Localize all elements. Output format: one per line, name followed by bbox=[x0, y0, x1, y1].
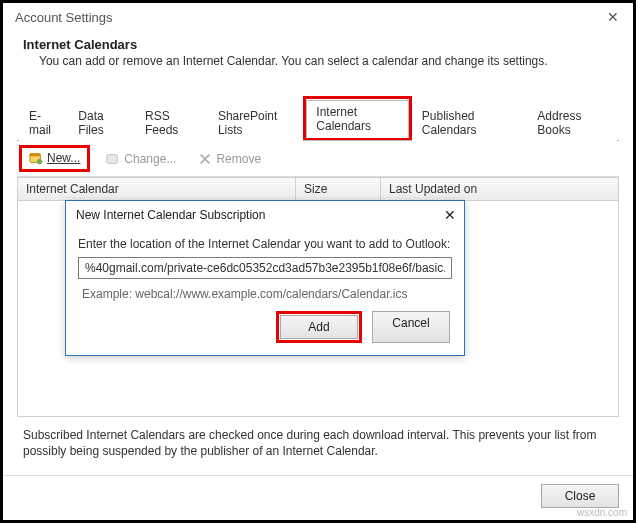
close-button[interactable]: Close bbox=[541, 484, 619, 508]
remove-button-label: Remove bbox=[216, 152, 261, 166]
tab-email[interactable]: E-mail bbox=[19, 104, 68, 141]
tab-internet-calendars[interactable]: Internet Calendars bbox=[306, 100, 408, 138]
watermark: wsxdn.com bbox=[577, 507, 627, 518]
tab-rss-feeds[interactable]: RSS Feeds bbox=[135, 104, 208, 141]
tab-data-files[interactable]: Data Files bbox=[68, 104, 135, 141]
grid-column-size[interactable]: Size bbox=[296, 178, 381, 200]
dialog-body: Enter the location of the Internet Calen… bbox=[66, 227, 464, 355]
new-calendar-icon bbox=[29, 151, 43, 165]
grid-header: Internet Calendar Size Last Updated on bbox=[17, 177, 619, 201]
tab-published-calendars[interactable]: Published Calendars bbox=[412, 104, 528, 141]
add-button[interactable]: Add bbox=[280, 315, 358, 339]
change-button-label: Change... bbox=[124, 152, 176, 166]
dialog-close-button[interactable]: ✕ bbox=[444, 207, 456, 223]
dialog-prompt: Enter the location of the Internet Calen… bbox=[78, 237, 452, 251]
cancel-button[interactable]: Cancel bbox=[372, 311, 450, 343]
new-button[interactable]: New... bbox=[23, 149, 86, 167]
svg-rect-1 bbox=[30, 154, 41, 157]
change-button: Change... bbox=[100, 150, 182, 168]
change-icon bbox=[106, 152, 120, 166]
remove-icon bbox=[198, 152, 212, 166]
svg-point-2 bbox=[37, 159, 42, 164]
svg-rect-3 bbox=[107, 154, 118, 163]
footer: Close bbox=[3, 475, 633, 520]
grid-column-updated[interactable]: Last Updated on bbox=[381, 178, 618, 200]
calendar-url-input[interactable] bbox=[78, 257, 452, 279]
tab-sharepoint-lists[interactable]: SharePoint Lists bbox=[208, 104, 303, 141]
grid-column-name[interactable]: Internet Calendar bbox=[18, 178, 296, 200]
remove-button: Remove bbox=[192, 150, 267, 168]
highlight-add-button: Add bbox=[276, 311, 362, 343]
section-heading: Internet Calendars bbox=[23, 37, 619, 52]
titlebar: Account Settings ✕ bbox=[3, 3, 633, 29]
section-description: You can add or remove an Internet Calend… bbox=[39, 54, 619, 68]
new-subscription-dialog: New Internet Calendar Subscription ✕ Ent… bbox=[65, 200, 465, 356]
dialog-buttons: Add Cancel bbox=[78, 311, 452, 343]
highlight-internet-calendars-tab: Internet Calendars bbox=[303, 96, 411, 140]
window-title: Account Settings bbox=[15, 10, 113, 25]
dialog-example-text: Example: webcal://www.example.com/calend… bbox=[82, 287, 452, 301]
window-close-button[interactable]: ✕ bbox=[603, 9, 623, 25]
dialog-title: New Internet Calendar Subscription bbox=[76, 208, 265, 222]
info-note: Subscribed Internet Calendars are checke… bbox=[17, 417, 619, 465]
tab-address-books[interactable]: Address Books bbox=[527, 104, 617, 141]
toolbar: New... Change... Remove bbox=[17, 141, 619, 177]
tabbar: E-mail Data Files RSS Feeds SharePoint L… bbox=[17, 96, 619, 141]
new-button-label: New... bbox=[47, 151, 80, 165]
dialog-titlebar: New Internet Calendar Subscription ✕ bbox=[66, 201, 464, 227]
highlight-new-button: New... bbox=[19, 145, 90, 172]
